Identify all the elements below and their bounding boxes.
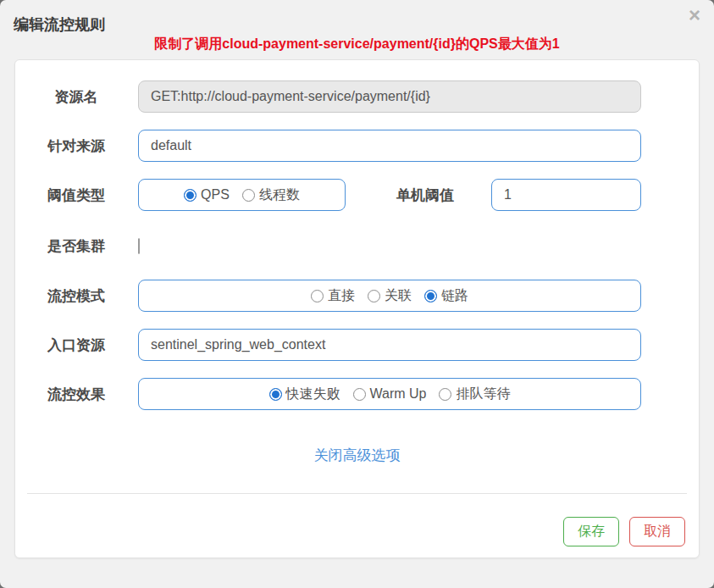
- save-button[interactable]: 保存: [563, 517, 619, 546]
- grade-radio-group: QPS 线程数: [138, 179, 346, 211]
- resource-input: [138, 80, 641, 113]
- strategy-radio-group: 直接 关联 链路: [138, 280, 641, 312]
- rule-form-panel: 资源名 针对来源 阈值类型 QPS: [14, 59, 700, 558]
- advanced-options-row: 关闭高级选项: [29, 446, 685, 465]
- control-behavior-radio-group: 快速失败 Warm Up 排队等待: [138, 378, 641, 410]
- advanced-options-toggle-link[interactable]: 关闭高级选项: [314, 447, 401, 463]
- radio-icon: [368, 290, 380, 302]
- grade-label: 阈值类型: [29, 186, 124, 205]
- footer-divider: [27, 493, 687, 494]
- grade-radio-option[interactable]: 线程数: [242, 186, 300, 204]
- radio-option-label: 直接: [328, 287, 355, 305]
- radio-option-label: QPS: [201, 187, 230, 202]
- limit-app-label: 针对来源: [29, 136, 124, 156]
- strategy-radio-option[interactable]: 直接: [311, 287, 355, 305]
- radio-option-label: 快速失败: [286, 386, 340, 403]
- edit-flow-rule-dialog: 编辑流控规则 × 限制了调用cloud-payment-service/paym…: [0, 0, 714, 588]
- ref-resource-input[interactable]: [138, 329, 641, 361]
- cluster-label: 是否集群: [29, 236, 124, 256]
- count-label: 单机阈值: [393, 186, 457, 205]
- strategy-label: 流控模式: [29, 286, 124, 306]
- cluster-checkbox[interactable]: [138, 238, 140, 254]
- count-input[interactable]: [491, 179, 641, 211]
- dialog-title: 编辑流控规则: [14, 15, 700, 34]
- control-behavior-radio-option[interactable]: 排队等待: [439, 386, 510, 403]
- radio-icon: [353, 388, 366, 401]
- strategy-row: 流控模式 直接 关联 链路: [29, 280, 685, 312]
- close-icon[interactable]: ×: [689, 5, 700, 25]
- radio-icon: [242, 189, 255, 202]
- resource-label: 资源名: [29, 87, 124, 107]
- resource-row: 资源名: [29, 80, 685, 113]
- cancel-button[interactable]: 取消: [629, 517, 685, 546]
- control-behavior-radio-option[interactable]: Warm Up: [353, 386, 427, 402]
- control-behavior-row: 流控效果 快速失败 Warm Up 排队等待: [29, 378, 685, 410]
- ref-resource-label: 入口资源: [29, 336, 124, 355]
- cluster-row: 是否集群: [29, 236, 685, 256]
- ref-resource-row: 入口资源: [29, 329, 685, 361]
- limit-app-row: 针对来源: [29, 130, 685, 162]
- control-behavior-radio-option[interactable]: 快速失败: [269, 386, 340, 403]
- grade-row: 阈值类型 QPS 线程数 单机阈值: [29, 179, 685, 211]
- radio-icon: [311, 290, 324, 302]
- grade-radio-option[interactable]: QPS: [184, 187, 230, 202]
- radio-option-label: 关联: [385, 287, 412, 305]
- radio-option-label: 链路: [441, 287, 468, 305]
- radio-option-label: 线程数: [259, 186, 300, 204]
- radio-option-label: Warm Up: [370, 386, 427, 402]
- rule-hint-text: 限制了调用cloud-payment-service/payment/{id}的…: [0, 36, 714, 53]
- dialog-header: 编辑流控规则 ×: [0, 0, 714, 36]
- radio-icon: [184, 189, 196, 202]
- control-behavior-label: 流控效果: [29, 385, 124, 404]
- radio-icon: [269, 388, 282, 401]
- radio-icon: [439, 388, 451, 401]
- strategy-radio-option[interactable]: 关联: [368, 287, 412, 305]
- radio-icon: [424, 290, 437, 302]
- strategy-radio-option[interactable]: 链路: [424, 287, 468, 305]
- radio-option-label: 排队等待: [456, 386, 510, 403]
- limit-app-input[interactable]: [138, 130, 641, 162]
- dialog-footer: 保存 取消: [29, 517, 685, 546]
